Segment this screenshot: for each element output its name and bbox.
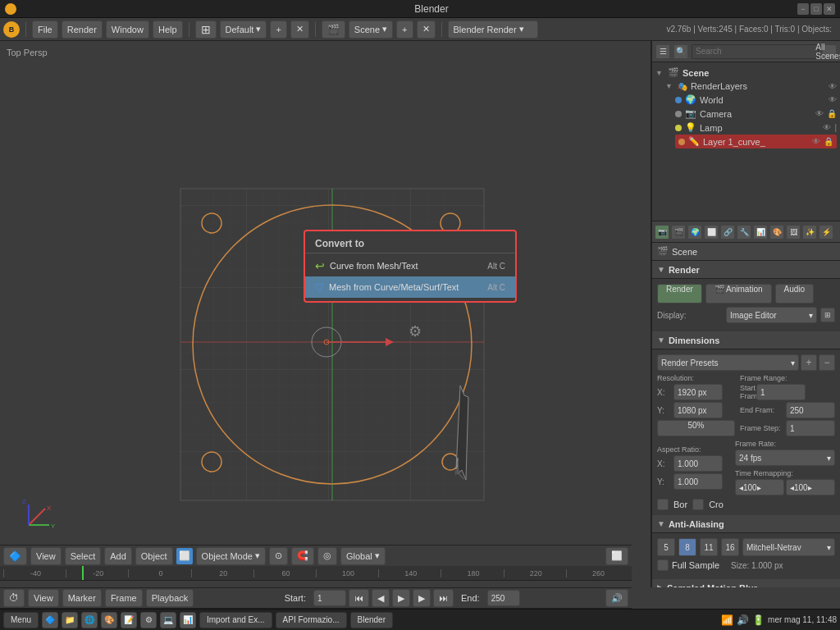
render-section-header[interactable]: ▼ Render [652, 261, 840, 279]
help-menu[interactable]: Help [153, 21, 183, 39]
tree-item-world[interactable]: 🌍 World 👁 [675, 93, 837, 107]
start-frame-input[interactable]: 1 [756, 384, 806, 400]
taskbar-app-paint[interactable]: 🎨 [101, 612, 117, 628]
props-physics-btn[interactable]: ⚡ [819, 225, 833, 240]
prev-frame-btn[interactable]: ◀ [372, 589, 390, 607]
engine-dropdown[interactable]: Blender Render ▾ [448, 21, 538, 39]
layer-btn[interactable]: ⬜ [605, 547, 628, 565]
workspace-dropdown[interactable]: Default ▾ [220, 21, 267, 39]
taskbar-app-blender[interactable]: 🔷 [42, 612, 58, 628]
workspace-add-btn[interactable]: + [270, 21, 286, 39]
timeline-marker-btn[interactable]: Marker [62, 589, 102, 607]
outliner-all-scenes-btn[interactable]: All Scenes [822, 44, 837, 59]
end-frame-input[interactable]: 250 [786, 402, 835, 418]
tree-item-lamp[interactable]: 💡 Lamp 👁 | [675, 121, 837, 135]
outliner-search-btn[interactable]: 🔍 [673, 44, 688, 59]
close-button[interactable]: ✕ [824, 3, 835, 15]
border-checkbox[interactable] [657, 499, 669, 510]
tree-item-renderlayers[interactable]: ▼ 🎭 RenderLayers 👁 [665, 80, 837, 93]
props-data-btn[interactable]: 📊 [753, 225, 768, 240]
render-tab-render[interactable]: Render [657, 284, 702, 304]
presets-remove-btn[interactable]: − [819, 354, 835, 371]
render-tab-audio[interactable]: Audio [775, 284, 815, 304]
render-tab-animation[interactable]: 🎬 Animation [705, 284, 772, 304]
props-render-btn[interactable]: 📷 [655, 225, 669, 240]
timeline-frame-btn[interactable]: Frame [105, 589, 143, 607]
minimize-button[interactable]: − [797, 3, 809, 15]
scene-add-btn[interactable]: + [396, 21, 413, 39]
file-menu[interactable]: File [32, 21, 58, 39]
jump-end-btn[interactable]: ⏭ [433, 589, 454, 607]
res-pct-btn[interactable]: 50% [657, 420, 735, 436]
scene-remove-btn[interactable]: ✕ [417, 21, 436, 39]
props-particle-btn[interactable]: ✨ [802, 225, 817, 240]
aa-section-header[interactable]: ▼ Anti-Aliasing [652, 515, 840, 533]
aa-5-btn[interactable]: 5 [657, 538, 675, 556]
tree-item-camera[interactable]: 📷 Camera 👁 🔒 [675, 107, 837, 121]
blender-taskbar-btn[interactable]: Blender [350, 612, 393, 628]
select-btn[interactable]: Select [65, 547, 102, 565]
time-new-input[interactable]: ◂ 100 ▸ [786, 479, 835, 495]
aa-16-btn[interactable]: 16 [721, 538, 739, 556]
props-modifier-btn[interactable]: 🔧 [737, 225, 751, 240]
taskbar-app-browser[interactable]: 🌐 [81, 612, 98, 628]
add-btn[interactable]: Add [104, 547, 132, 565]
frame-step-input[interactable]: 1 [786, 420, 835, 436]
timeline-icon[interactable]: ⏱ [3, 589, 25, 607]
viewport[interactable]: Top Persp [0, 41, 651, 587]
outliner-view-btn[interactable]: ☰ [655, 44, 670, 59]
aspect-x-input[interactable]: 1.000 [673, 455, 723, 472]
play-btn[interactable]: ▶ [392, 589, 410, 607]
full-sample-checkbox[interactable] [657, 559, 669, 571]
motion-blur-section-header[interactable]: ▶ Sampled Motion Blur [652, 579, 840, 587]
viewport-menu-icon[interactable]: 🔷 [3, 547, 27, 565]
next-frame-btn[interactable]: ▶ [413, 589, 431, 607]
import-btn[interactable]: Import and Ex... [199, 612, 272, 628]
props-object-btn[interactable]: ⬜ [704, 225, 719, 240]
display-dropdown[interactable]: Image Editor ▾ [726, 307, 817, 323]
render-menu[interactable]: Render [62, 21, 103, 39]
global-dropdown[interactable]: Global▾ [340, 547, 386, 565]
pivot-btn[interactable]: ⊙ [269, 547, 288, 565]
mode-dropdown[interactable]: Object Mode▾ [196, 547, 266, 565]
object-btn[interactable]: Object [135, 547, 173, 565]
props-texture-btn[interactable]: 🖼 [786, 225, 801, 240]
taskbar-app-files[interactable]: 📁 [62, 612, 78, 628]
tree-item-scene[interactable]: ▼ 🎬 Scene [655, 66, 837, 80]
audio-btn[interactable]: 🔊 [605, 589, 628, 607]
aa-filter-dropdown[interactable]: Mitchell-Netrav ▾ [742, 538, 835, 556]
aa-11-btn[interactable]: 11 [700, 538, 718, 556]
time-old-input[interactable]: ◂ 100 ▸ [735, 479, 784, 495]
snap-btn[interactable]: 🧲 [291, 547, 314, 565]
scene-icon-btn[interactable]: 🎬 [322, 21, 345, 39]
aspect-y-input[interactable]: 1.000 [673, 473, 723, 490]
outliner-search-input[interactable] [696, 47, 815, 56]
timeline-view-btn[interactable]: View [28, 589, 59, 607]
jump-start-btn[interactable]: ⏮ [349, 589, 369, 607]
end-frame-timeline[interactable]: 250 [487, 590, 520, 606]
res-x-input[interactable]: 1920 px [673, 384, 723, 400]
props-scene-btn[interactable]: 🎬 [671, 225, 686, 240]
frame-rate-dropdown[interactable]: 24 fps ▾ [735, 450, 835, 466]
render-presets-dropdown[interactable]: Render Presets ▾ [657, 354, 799, 371]
res-y-input[interactable]: 1080 px [673, 402, 723, 418]
workspace-remove-btn[interactable]: ✕ [290, 21, 309, 39]
aa-8-btn[interactable]: 8 [678, 538, 696, 556]
taskbar-app-text[interactable]: 📝 [121, 612, 137, 628]
crop-checkbox[interactable] [692, 499, 704, 510]
taskbar-app-chart[interactable]: 📊 [180, 612, 196, 628]
maximize-button[interactable]: □ [810, 3, 822, 15]
presets-add-btn[interactable]: + [801, 354, 817, 371]
props-world-btn[interactable]: 🌍 [687, 225, 702, 240]
proportional-btn[interactable]: ◎ [317, 547, 337, 565]
dimensions-section-header[interactable]: ▼ Dimensions [652, 331, 840, 349]
tree-item-layer1curve[interactable]: ✏️ Layer 1_curve_ 👁 🔒 [675, 135, 837, 148]
convert-curve-item[interactable]: ↩ Curve from Mesh/Text Alt C [305, 255, 515, 276]
start-frame-timeline[interactable]: 1 [313, 590, 346, 606]
taskbar-app-settings[interactable]: ⚙ [140, 612, 157, 628]
window-menu[interactable]: Window [106, 21, 149, 39]
props-material-btn[interactable]: 🎨 [769, 225, 784, 240]
props-constraint-btn[interactable]: 🔗 [720, 225, 735, 240]
menu-btn[interactable]: Menu [3, 612, 39, 628]
layout-icon-btn[interactable]: ⊞ [195, 21, 217, 39]
